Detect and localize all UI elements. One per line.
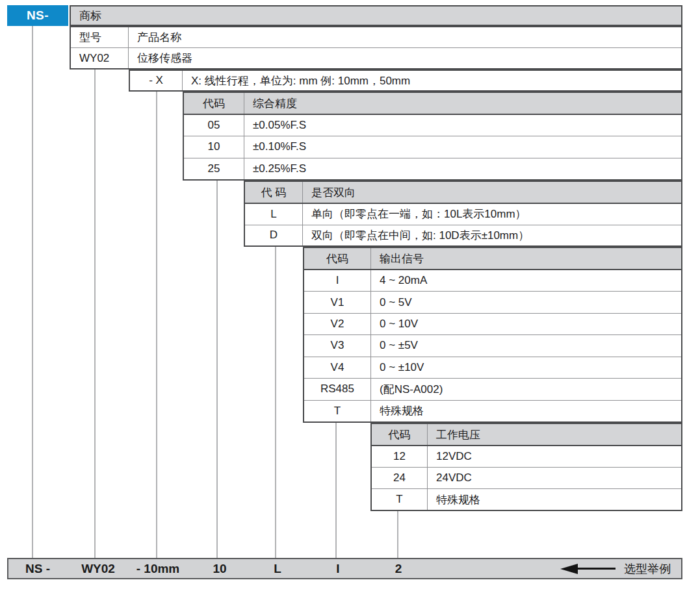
code-cell: RS485	[304, 379, 371, 399]
stroke-desc-cell: X: 线性行程，单位为: mm 例: 10mm，50mm	[183, 71, 681, 90]
accuracy-header-desc-cell: 综合精度	[244, 93, 681, 114]
trademark-label: 商标	[79, 8, 101, 23]
arrow-shaft	[578, 568, 616, 570]
table-row: D 双向（即零点在中间，如: 10D表示±10mm）	[245, 225, 681, 246]
desc-cell: 0 ~ ±5V	[371, 335, 681, 356]
model-table: 型号 产品名称 WY02 位移传感器	[70, 26, 682, 69]
desc-cell: 特殊规格	[371, 401, 681, 421]
code-cell: I	[304, 270, 371, 291]
desc-cell: 双向（即零点在中间，如: 10D表示±10mm）	[303, 225, 681, 246]
connector-line	[94, 69, 96, 558]
voltage-header-code-cell: 代码	[372, 424, 428, 445]
table-row: T 特殊规格	[304, 400, 681, 421]
code-cell: T	[372, 489, 428, 510]
trademark-row: 商标	[70, 5, 682, 26]
prefix-label: NS-	[27, 8, 49, 23]
voltage-header-desc-cell: 工作电压	[428, 424, 681, 445]
desc-cell: 0 ~ 10V	[371, 314, 681, 334]
desc-cell: ±0.05%F.S	[244, 115, 681, 136]
model-header-row: 型号 产品名称	[71, 27, 681, 47]
stroke-table: - X X: 线性行程，单位为: mm 例: 10mm，50mm	[129, 69, 682, 92]
direction-table: 代 码 是否双向 L 单向（即零点在一端，如：10L表示10mm） D 双向（即…	[244, 181, 682, 247]
example-bar: NS - WY02 - 10mm 10 L I 2 选型举例	[7, 558, 682, 579]
code-cell: 05	[184, 115, 244, 136]
table-row: V1 0 ~ 5V	[304, 291, 681, 312]
desc-cell: 12VDC	[428, 446, 681, 467]
desc-cell: ±0.25%F.S	[244, 158, 681, 179]
code-cell: 10	[184, 136, 244, 157]
direction-header-code-cell: 代 码	[245, 182, 303, 203]
table-row: V4 0 ~ ±10V	[304, 357, 681, 378]
direction-header-row: 代 码 是否双向	[245, 182, 681, 204]
connector-line	[216, 180, 218, 558]
table-row: RS485 (配NS-A002)	[304, 378, 681, 399]
output-header-row: 代码 输出信号	[304, 248, 681, 270]
example-segment-stroke: - 10mm	[136, 562, 180, 576]
model-code-cell: WY02	[71, 48, 129, 68]
stroke-row: - X X: 线性行程，单位为: mm 例: 10mm，50mm	[130, 71, 681, 90]
table-row: 25 ±0.25%F.S	[184, 158, 681, 179]
desc-cell: 0 ~ 5V	[371, 292, 681, 312]
example-segment-model: WY02	[81, 562, 115, 576]
model-header-code-cell: 型号	[71, 27, 129, 47]
code-cell: V1	[304, 292, 371, 312]
example-segment-accuracy: 10	[213, 562, 226, 576]
voltage-header-row: 代码 工作电压	[372, 424, 681, 446]
code-cell: L	[245, 204, 303, 225]
table-row: 05 ±0.05%F.S	[184, 115, 681, 136]
table-row: V3 0 ~ ±5V	[304, 334, 681, 356]
model-selection-diagram: NS- 商标 型号 产品名称 WY02 位移传感器 - X X: 线性行程，单位…	[0, 0, 700, 591]
accuracy-header-row: 代码 综合精度	[184, 93, 681, 115]
code-cell: D	[245, 225, 303, 246]
model-desc-cell: 位移传感器	[129, 48, 681, 68]
table-row: I 4 ~ 20mA	[304, 270, 681, 291]
example-segment-output: I	[336, 562, 339, 576]
connector-line	[335, 422, 337, 558]
accuracy-header-code-cell: 代码	[184, 93, 244, 114]
desc-cell: 特殊规格	[428, 489, 681, 510]
desc-cell: 0 ~ ±10V	[371, 357, 681, 378]
desc-cell: 单向（即零点在一端，如：10L表示10mm）	[303, 204, 681, 225]
desc-cell: ±0.10%F.S	[244, 136, 681, 157]
code-cell: V3	[304, 335, 371, 356]
table-row: 24 24VDC	[372, 467, 681, 488]
desc-cell: 4 ~ 20mA	[371, 270, 681, 291]
code-cell: V4	[304, 357, 371, 378]
code-cell: 12	[372, 446, 428, 467]
direction-header-desc-cell: 是否双向	[303, 182, 681, 203]
prefix-box: NS-	[7, 5, 68, 26]
table-row: V2 0 ~ 10V	[304, 313, 681, 334]
connector-line	[275, 246, 276, 558]
code-cell: T	[304, 401, 371, 421]
model-header-desc-cell: 产品名称	[129, 27, 681, 47]
accuracy-table: 代码 综合精度 05 ±0.05%F.S 10 ±0.10%F.S 25 ±0.…	[183, 92, 682, 181]
connector-line	[397, 510, 398, 558]
desc-cell: (配NS-A002)	[371, 379, 681, 399]
arrow-left-icon	[560, 564, 578, 574]
output-table: 代码 输出信号 I 4 ~ 20mA V1 0 ~ 5V V2 0 ~ 10V …	[303, 247, 682, 423]
connector-line	[32, 25, 33, 558]
table-row: T 特殊规格	[372, 488, 681, 510]
example-segment-direction: L	[274, 562, 281, 576]
stroke-code-cell: - X	[130, 71, 183, 90]
code-cell: V2	[304, 314, 371, 334]
connector-line	[156, 91, 157, 558]
voltage-table: 代码 工作电压 12 12VDC 24 24VDC T 特殊规格	[370, 423, 682, 511]
output-header-desc-cell: 输出信号	[371, 248, 681, 269]
table-row: L 单向（即零点在一端，如：10L表示10mm）	[245, 204, 681, 225]
code-cell: 25	[184, 158, 244, 179]
table-row: 10 ±0.10%F.S	[184, 136, 681, 157]
example-segment-voltage: 2	[395, 562, 402, 576]
code-cell: 24	[372, 468, 428, 488]
example-segment-prefix: NS -	[25, 562, 50, 576]
output-header-code-cell: 代码	[304, 248, 371, 269]
desc-cell: 24VDC	[428, 468, 681, 488]
example-label: 选型举例	[624, 561, 671, 577]
example-pointer: 选型举例	[560, 561, 671, 577]
model-row: WY02 位移传感器	[71, 47, 681, 68]
table-row: 12 12VDC	[372, 446, 681, 467]
